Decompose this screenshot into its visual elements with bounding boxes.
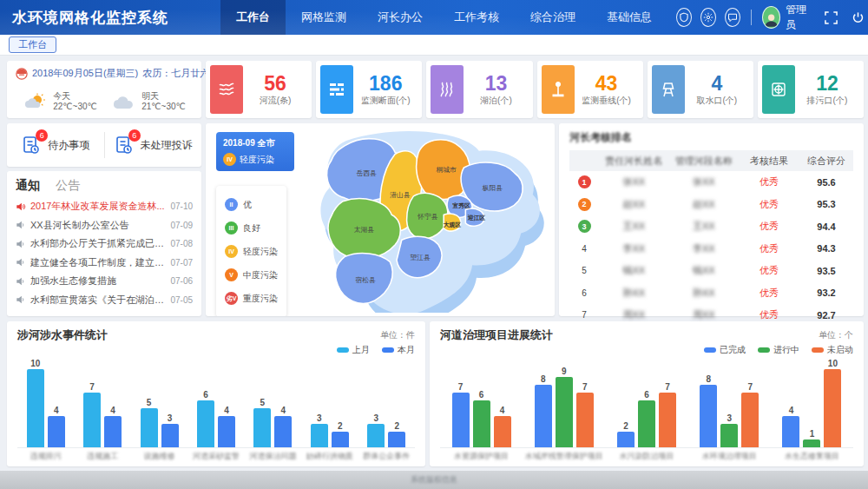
- x-axis-label: 水污染防治项目: [620, 451, 674, 462]
- legend-label: 进行中: [773, 344, 799, 356]
- monitor-section-icon: [320, 65, 353, 114]
- notice-item[interactable]: 2017年林业改革发展资金造林... 07-10: [16, 197, 193, 216]
- bar-wrap: 7: [741, 382, 759, 447]
- gear-icon[interactable]: [700, 8, 716, 27]
- bar: [638, 400, 655, 447]
- bar: [700, 385, 717, 447]
- bar-value: 6: [644, 390, 649, 400]
- row-segment: 孙XX: [669, 287, 740, 300]
- x-axis-label: 违规排污: [30, 451, 62, 462]
- bar-cluster: 64: [187, 358, 244, 448]
- stat-label: 排污口(个): [795, 95, 859, 107]
- tab-announcement[interactable]: 公告: [56, 178, 80, 194]
- notice-item[interactable]: 水利部宣贯落实《关于在湖泊实... 07-05: [16, 291, 193, 310]
- bar: [197, 400, 214, 447]
- legend-item[interactable]: 已完成: [704, 344, 746, 355]
- lake-icon: [431, 65, 464, 114]
- map-label: 宜秀区: [452, 202, 470, 209]
- legend-grade-label: 中度污染: [243, 269, 278, 281]
- map-label: 桐城市: [435, 166, 456, 174]
- fullscreen-icon[interactable]: [825, 11, 838, 24]
- bar-cluster: 104: [17, 358, 74, 448]
- drain-icon: [762, 65, 795, 114]
- legend-grade-circle: III: [225, 221, 238, 235]
- calendar-icon: [16, 68, 28, 80]
- row-score: 94.4: [799, 221, 853, 232]
- bar: [720, 424, 738, 447]
- bar: [332, 432, 349, 447]
- bar-value: 7: [458, 382, 464, 392]
- legend-item[interactable]: 上月: [337, 344, 370, 355]
- message-icon[interactable]: [725, 8, 740, 27]
- grade-label: 轻度污染: [240, 154, 274, 166]
- legend-item[interactable]: 本月: [382, 344, 415, 355]
- notice-item[interactable]: 水利部办公厅关于抓紧完成已建... 07-08: [16, 235, 193, 254]
- speaker-icon: [16, 239, 26, 249]
- todo-badge: 6: [36, 129, 48, 142]
- bar: [782, 416, 799, 447]
- bar: [473, 400, 490, 447]
- bar-value: 8: [706, 374, 711, 384]
- water-tower-icon: [652, 65, 685, 114]
- speaker-icon: [16, 202, 26, 212]
- weather-card: 2018年09月05日(星期三) 农历：七月廿六 今天22℃~30℃ 明天21℃…: [7, 61, 201, 118]
- bar-value: 7: [582, 382, 588, 392]
- legend-chip: [704, 347, 716, 353]
- legend-grade-circle: II: [225, 198, 238, 211]
- bar-value: 10: [828, 359, 838, 368]
- power-icon[interactable]: [852, 11, 865, 24]
- nav-item-basic-info[interactable]: 基础信息: [591, 0, 667, 35]
- bar: [388, 432, 405, 447]
- map-card: 2018-09 全市 IV 轻度污染 II优 III良好 IV轻度污染 V中度污…: [206, 123, 555, 316]
- bar-wrap: 2: [388, 421, 405, 447]
- rank-badge: 1: [578, 175, 591, 188]
- nav-item-comprehensive-governance[interactable]: 综合治理: [515, 0, 591, 35]
- legend-item[interactable]: 未启动: [812, 344, 853, 355]
- stat-label: 监测断面(个): [353, 95, 418, 107]
- nav-item-grid-monitor[interactable]: 网格监测: [286, 0, 362, 35]
- bar: [659, 393, 676, 447]
- bar-wrap: 4: [104, 406, 122, 447]
- tab-workbench[interactable]: 工作台: [9, 36, 56, 53]
- nav-item-workbench[interactable]: 工作台: [220, 0, 286, 35]
- shield-icon[interactable]: [676, 8, 692, 27]
- avatar[interactable]: [762, 6, 780, 29]
- x-axis-label: 违规施工: [87, 451, 118, 462]
- bar-value: 3: [727, 413, 732, 423]
- notice-item[interactable]: 建立健全各项工作制度，建立河... 07-07: [16, 254, 193, 273]
- notice-item[interactable]: XX县河长制办公室公告 07-09: [16, 216, 193, 235]
- bar: [824, 369, 841, 447]
- map-period-badge: 2018-09 全市 IV 轻度污染: [216, 132, 294, 171]
- stat-card-verticals: 43监测垂线(个): [537, 61, 643, 118]
- top-navbar: 水环境网格化监控系统 工作台 网格监测 河长办公 工作考核 综合治理 基础信息 …: [0, 0, 868, 35]
- speaker-icon: [16, 294, 26, 305]
- complaints-button[interactable]: 6 未处理投诉: [105, 135, 202, 155]
- bar-wrap: 6: [638, 390, 655, 447]
- row-result: 优秀: [739, 220, 799, 233]
- chart-group: 74违规施工: [74, 358, 130, 462]
- stat-value: 43: [575, 72, 639, 95]
- nav-item-work-assessment[interactable]: 工作考核: [438, 0, 515, 35]
- chart-group: 32群体公众事件: [358, 358, 415, 462]
- bar-wrap: 5: [141, 398, 158, 447]
- x-axis-label: 河道保洁问题: [249, 451, 296, 462]
- notice-item[interactable]: 加强水生态修复措施 07-06: [16, 272, 193, 291]
- stat-card-intakes: 4取水口(个): [648, 61, 753, 118]
- legend-chip: [337, 347, 349, 353]
- row-result: 优秀: [739, 175, 799, 188]
- stat-card-rivers: 56河流(条): [206, 61, 312, 118]
- todo-button[interactable]: 6 待办事项: [7, 135, 104, 155]
- chart-group: 764水资源保护项目: [440, 358, 523, 462]
- ranking-header-result: 考核结果: [739, 155, 799, 168]
- bar-wrap: 7: [659, 382, 676, 447]
- row-result: 优秀: [739, 287, 799, 300]
- nav-item-river-chief-office[interactable]: 河长办公: [362, 0, 438, 35]
- bar-cluster: 54: [245, 358, 301, 448]
- complaints-label: 未处理投诉: [141, 138, 193, 153]
- tab-notice[interactable]: 通知: [16, 178, 40, 194]
- legend-item[interactable]: 进行中: [758, 344, 799, 355]
- bar: [27, 369, 44, 447]
- stat-card-sections: 186监测断面(个): [316, 61, 422, 118]
- river-icon: [210, 65, 243, 114]
- stat-label: 河流(条): [243, 95, 307, 107]
